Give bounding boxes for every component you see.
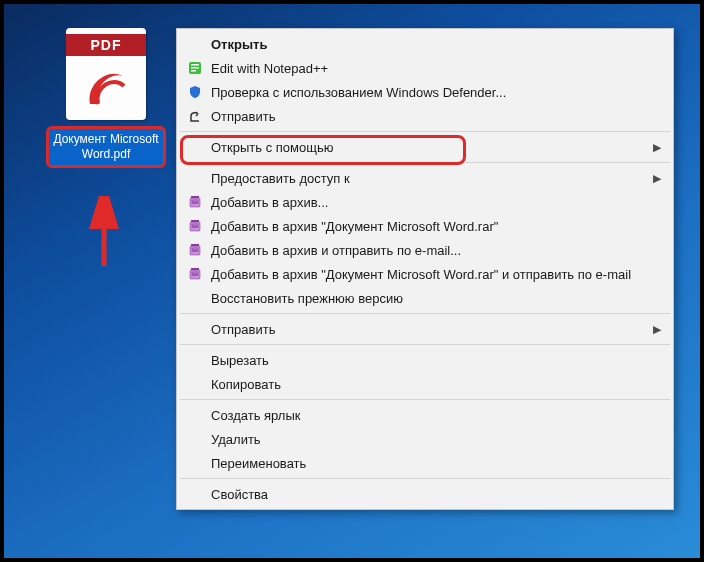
svg-rect-2 bbox=[191, 67, 199, 69]
menu-defender[interactable]: Проверка с использованием Windows Defend… bbox=[179, 80, 671, 104]
shield-icon bbox=[185, 84, 205, 100]
pdf-badge: PDF bbox=[66, 34, 146, 56]
menu-share[interactable]: Отправить bbox=[179, 104, 671, 128]
pdf-file-icon: PDF bbox=[66, 28, 146, 120]
separator bbox=[180, 478, 670, 479]
svg-rect-15 bbox=[192, 275, 198, 276]
menu-grant-access[interactable]: Предоставить доступ к ▶ bbox=[179, 166, 671, 190]
rar-icon bbox=[185, 218, 205, 234]
annotation-arrow-up-icon bbox=[86, 196, 126, 276]
rar-icon bbox=[185, 242, 205, 258]
context-menu: Открыть Edit with Notepad++ Проверка с и… bbox=[176, 28, 674, 510]
chevron-right-icon: ▶ bbox=[649, 141, 661, 154]
svg-rect-11 bbox=[192, 248, 198, 249]
separator bbox=[180, 313, 670, 314]
separator bbox=[180, 344, 670, 345]
menu-edit-notepad[interactable]: Edit with Notepad++ bbox=[179, 56, 671, 80]
menu-rename[interactable]: Переименовать bbox=[179, 451, 671, 475]
svg-rect-14 bbox=[192, 272, 198, 273]
menu-open-with[interactable]: Открыть с помощью ▶ bbox=[179, 135, 671, 159]
menu-rar-add-named[interactable]: Добавить в архив "Документ Microsoft Wor… bbox=[179, 214, 671, 238]
svg-rect-1 bbox=[191, 64, 199, 66]
menu-delete[interactable]: Удалить bbox=[179, 427, 671, 451]
menu-rar-add-email[interactable]: Добавить в архив и отправить по e-mail..… bbox=[179, 238, 671, 262]
svg-rect-6 bbox=[192, 203, 198, 204]
svg-rect-12 bbox=[192, 251, 198, 252]
menu-rar-add-named-email[interactable]: Добавить в архив "Документ Microsoft Wor… bbox=[179, 262, 671, 286]
menu-restore[interactable]: Восстановить прежнюю версию bbox=[179, 286, 671, 310]
chevron-right-icon: ▶ bbox=[649, 172, 661, 185]
separator bbox=[180, 399, 670, 400]
svg-rect-8 bbox=[192, 224, 198, 225]
menu-shortcut[interactable]: Создать ярлык bbox=[179, 403, 671, 427]
svg-rect-9 bbox=[192, 227, 198, 228]
desktop-file[interactable]: PDF Документ Microsoft Word.pdf bbox=[46, 28, 166, 168]
menu-cut[interactable]: Вырезать bbox=[179, 348, 671, 372]
menu-properties[interactable]: Свойства bbox=[179, 482, 671, 506]
adobe-swirl-icon bbox=[80, 62, 128, 110]
svg-rect-3 bbox=[191, 70, 196, 72]
chevron-right-icon: ▶ bbox=[649, 323, 661, 336]
menu-rar-add[interactable]: Добавить в архив... bbox=[179, 190, 671, 214]
menu-send-to[interactable]: Отправить ▶ bbox=[179, 317, 671, 341]
svg-rect-5 bbox=[192, 200, 198, 201]
file-label: Документ Microsoft Word.pdf bbox=[46, 126, 165, 168]
separator bbox=[180, 131, 670, 132]
rar-icon bbox=[185, 194, 205, 210]
menu-open[interactable]: Открыть bbox=[179, 32, 671, 56]
notepad-icon bbox=[185, 60, 205, 76]
separator bbox=[180, 162, 670, 163]
menu-copy[interactable]: Копировать bbox=[179, 372, 671, 396]
share-icon bbox=[185, 108, 205, 124]
rar-icon bbox=[185, 266, 205, 282]
